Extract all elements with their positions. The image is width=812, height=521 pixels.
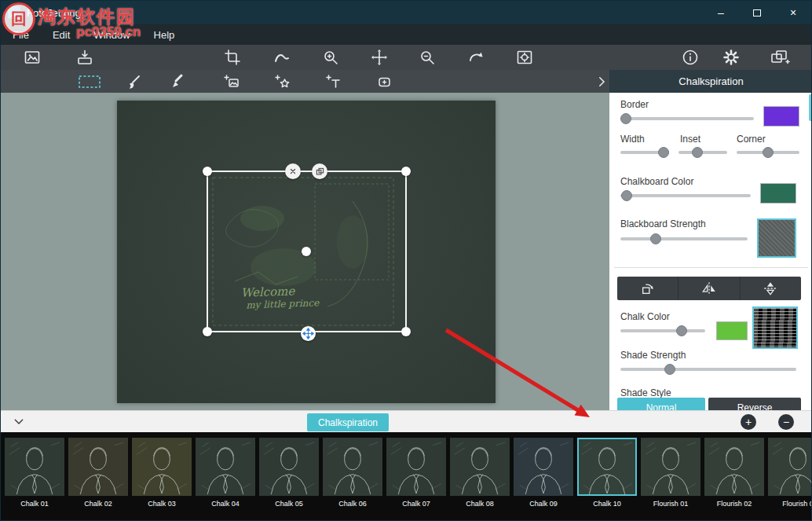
border-label: Border <box>620 99 649 110</box>
maximize-button[interactable] <box>739 1 775 24</box>
menu-help[interactable]: Help <box>142 24 187 45</box>
chalkboard-color-slider-knob[interactable] <box>621 190 632 201</box>
selection-move-handle[interactable] <box>301 326 316 341</box>
effects-icon[interactable] <box>767 47 792 68</box>
filter-thumbnail-label: Chalk 01 <box>5 500 64 508</box>
selection-delete-button[interactable] <box>285 163 301 179</box>
panel-scrollbar[interactable] <box>809 94 812 121</box>
filter-thumbnail[interactable]: Chalk 03 <box>132 438 192 521</box>
blackboard-texture-thumbnail[interactable] <box>757 218 796 258</box>
corner-slider[interactable] <box>737 151 799 154</box>
crop-icon[interactable] <box>220 47 245 68</box>
shade-strength-slider-knob[interactable] <box>664 364 675 375</box>
filter-thumbnail[interactable]: Chalk 07 <box>386 438 446 521</box>
filter-thumbnail[interactable]: Chalk 04 <box>196 438 255 521</box>
filter-thumbnail-image <box>196 438 255 496</box>
rotate-button[interactable] <box>617 277 678 300</box>
chalkboard-color-swatch[interactable] <box>760 183 796 204</box>
add-photo-icon[interactable] <box>219 72 243 91</box>
width-label: Width <box>620 134 645 145</box>
transform-toolbar <box>617 277 801 300</box>
import-icon[interactable] <box>72 47 97 68</box>
border-slider-knob[interactable] <box>620 113 631 124</box>
selection-handle-top-left[interactable] <box>203 167 212 176</box>
chalk-color-swatch[interactable] <box>716 321 748 340</box>
menu-bar: File Edit Window Help <box>1 24 811 45</box>
border-slider[interactable] <box>620 117 754 120</box>
selection-handle-bottom-right[interactable] <box>401 327 411 336</box>
draw-curve-icon[interactable] <box>269 47 294 68</box>
thumbnail-zoom-in-button[interactable]: + <box>741 414 756 430</box>
blackboard-strength-label: Blackboard Strength <box>620 218 706 229</box>
close-button[interactable]: × <box>775 1 811 24</box>
menu-window[interactable]: Window <box>82 24 141 45</box>
selection-box[interactable] <box>207 171 407 332</box>
width-slider[interactable] <box>620 151 669 154</box>
filter-thumbnail[interactable]: Chalk 10 <box>577 438 637 521</box>
marker-icon[interactable] <box>165 72 188 91</box>
add-clipart-icon[interactable] <box>270 72 294 91</box>
border-color-swatch[interactable] <box>763 106 799 127</box>
filter-thumbnail[interactable]: Chalk 01 <box>5 438 64 521</box>
inset-slider-knob[interactable] <box>692 147 703 158</box>
menu-edit[interactable]: Edit <box>41 24 82 45</box>
filter-thumbnail[interactable]: Chalk 05 <box>259 438 319 521</box>
marquee-select-icon[interactable] <box>75 72 104 91</box>
zoom-out-icon[interactable] <box>415 47 440 68</box>
brush-icon[interactable] <box>122 72 145 91</box>
filter-thumbnail-image <box>323 438 382 496</box>
filter-thumbnail[interactable]: Chalk 09 <box>514 438 573 521</box>
filter-thumbnail[interactable]: Flourish 02 <box>704 438 764 521</box>
settings-gear-icon[interactable] <box>719 47 744 68</box>
filter-thumbnail-label: Chalk 09 <box>514 500 573 508</box>
collapse-chevron-icon[interactable] <box>9 413 29 431</box>
main-toolbar <box>1 45 811 70</box>
filter-thumbnail[interactable]: Chalk 02 <box>68 438 128 521</box>
chalk-texture-thumbnail[interactable] <box>752 306 798 349</box>
filter-thumbnail-label: Chalk 06 <box>323 500 382 508</box>
adjust-icon[interactable] <box>512 47 537 68</box>
shade-strength-slider[interactable] <box>620 368 796 371</box>
filter-thumbnail-image <box>132 438 192 496</box>
inset-slider[interactable] <box>678 151 727 154</box>
blackboard-strength-slider-knob[interactable] <box>650 233 661 244</box>
width-slider-knob[interactable] <box>658 147 669 158</box>
chalk-color-slider-knob[interactable] <box>676 325 687 336</box>
chalk-color-slider[interactable] <box>620 329 705 332</box>
app-icon <box>8 6 20 19</box>
blackboard-strength-slider[interactable] <box>620 237 748 240</box>
filter-thumbnail-image <box>641 438 700 496</box>
add-text-icon[interactable] <box>321 72 345 91</box>
selection-handle-top-right[interactable] <box>401 167 411 176</box>
panel-divider <box>614 267 808 268</box>
filter-thumbnail[interactable]: Flourish 01 <box>641 438 700 521</box>
chalkboard-color-slider[interactable] <box>620 194 751 197</box>
title-bar: FotoJet.png – × <box>1 1 811 24</box>
filter-thumbnail[interactable]: Chalk 08 <box>450 438 510 521</box>
active-filter-button[interactable]: Chalkspiration <box>307 413 389 431</box>
redo-icon[interactable] <box>463 47 488 68</box>
shade-style-reverse-button[interactable]: Reverse <box>708 398 801 410</box>
photo-tool-icon[interactable] <box>20 47 45 68</box>
thumbnail-zoom-out-button[interactable]: − <box>778 414 794 430</box>
filter-thumbnail-label: Chalk 04 <box>196 500 255 508</box>
canvas-area: Welcome my little prince <box>1 93 609 410</box>
filter-thumbnail-image <box>5 438 64 496</box>
flip-vertical-button[interactable] <box>741 277 801 300</box>
info-icon[interactable] <box>678 47 703 68</box>
shade-style-normal-button[interactable]: Normal <box>617 398 705 410</box>
selection-handle-center[interactable] <box>302 247 311 256</box>
menu-file[interactable]: File <box>1 24 41 45</box>
minimize-button[interactable]: – <box>703 1 739 24</box>
filter-thumbnail-image <box>577 438 637 496</box>
fotojet-window: FotoJet.png – × File Edit Window Help <box>0 0 812 521</box>
filter-thumbnail[interactable]: Flourish 0 <box>768 438 811 521</box>
add-shape-icon[interactable] <box>372 72 396 91</box>
flip-horizontal-button[interactable] <box>678 277 740 300</box>
corner-slider-knob[interactable] <box>763 147 774 158</box>
selection-duplicate-button[interactable] <box>312 163 327 179</box>
filter-thumbnail[interactable]: Chalk 06 <box>323 438 382 521</box>
zoom-in-icon[interactable] <box>318 47 343 68</box>
move-tool-icon[interactable] <box>367 47 392 68</box>
selection-handle-bottom-left[interactable] <box>203 327 212 336</box>
